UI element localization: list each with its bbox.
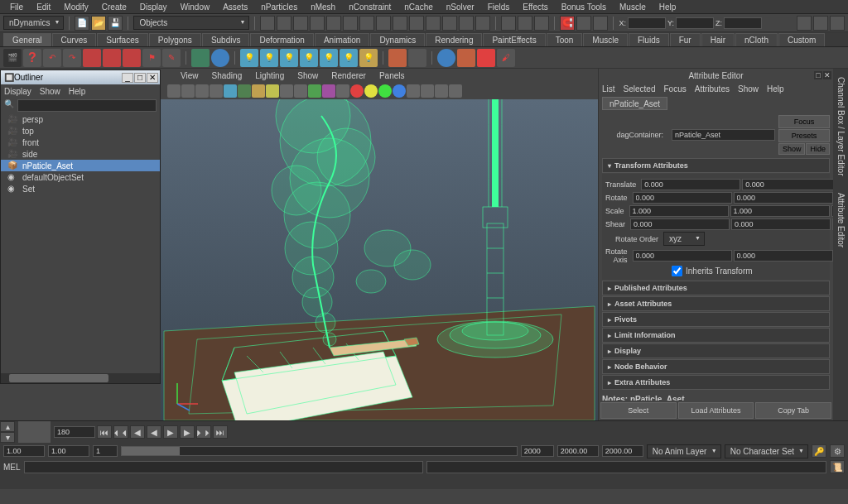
soft-icon[interactable] xyxy=(359,16,374,31)
go-end-icon[interactable]: ⏭ xyxy=(213,425,228,439)
coord-x-input[interactable] xyxy=(628,17,666,29)
rotate-order-dropdown[interactable]: xyz xyxy=(663,232,705,246)
outliner-min-icon[interactable]: _ xyxy=(122,73,133,83)
rotaxis-y-input[interactable] xyxy=(734,250,833,262)
step-fwd-icon[interactable]: ⏵⏵ xyxy=(196,425,211,439)
coord-y-input[interactable] xyxy=(676,17,714,29)
snap-plane-icon[interactable] xyxy=(442,16,457,31)
go-start-icon[interactable]: ⏮ xyxy=(97,425,112,439)
shelf-camera-icon[interactable]: 🎬 xyxy=(3,49,22,67)
menu-display[interactable]: Display xyxy=(133,1,174,13)
outliner-item-side[interactable]: 🎥side xyxy=(1,148,160,160)
attr-menu-show[interactable]: Show xyxy=(738,84,759,94)
vp-menu-lighting[interactable]: Lighting xyxy=(248,70,291,82)
scale-tool-icon[interactable] xyxy=(310,16,325,31)
range-inner-start[interactable] xyxy=(93,445,118,457)
menu-modify[interactable]: Modify xyxy=(57,1,94,13)
vp-color1-icon[interactable] xyxy=(350,84,364,98)
vp-xray-icon[interactable] xyxy=(294,84,307,98)
copy-tab-button[interactable]: Copy Tab xyxy=(755,402,831,419)
char-set-dropdown[interactable]: No Character Set xyxy=(725,444,808,458)
vp-shade-icon[interactable] xyxy=(238,84,251,98)
vp-res-icon[interactable] xyxy=(449,84,462,98)
menu-help[interactable]: Help xyxy=(653,1,683,13)
select-button[interactable]: Select xyxy=(600,402,677,419)
attr-menu-selected[interactable]: Selected xyxy=(624,84,656,94)
range-end-outer[interactable] xyxy=(48,445,89,457)
shelf-tab-hair[interactable]: Hair xyxy=(701,33,735,46)
coord-z-input[interactable] xyxy=(724,17,762,29)
menu-file[interactable]: File xyxy=(3,1,30,13)
time-ruler[interactable]: 180 501001502002503003504004505005506006… xyxy=(18,421,51,443)
render-icon[interactable] xyxy=(501,16,516,31)
vp-grid1-icon[interactable] xyxy=(407,84,420,98)
scale-y-input[interactable] xyxy=(730,205,830,217)
section-published[interactable]: Published Attributes xyxy=(602,281,830,295)
rotate-y-input[interactable] xyxy=(734,192,833,204)
pane-single-icon[interactable] xyxy=(797,16,812,31)
menu-assets[interactable]: Assets xyxy=(216,1,254,13)
vp-color3-icon[interactable] xyxy=(378,84,392,98)
snap-curve-icon[interactable] xyxy=(409,16,424,31)
section-transform[interactable]: Transform Attributes xyxy=(602,158,830,173)
shelf-tab-ncloth[interactable]: nCloth xyxy=(735,33,778,46)
outliner-item-top[interactable]: 🎥top xyxy=(1,125,160,137)
attr-close-icon[interactable]: ✕ xyxy=(823,71,831,79)
outliner-menu-display[interactable]: Display xyxy=(4,87,31,96)
shelf-tab-dynamics[interactable]: Dynamics xyxy=(370,33,425,46)
outliner-item-defaultset[interactable]: ◉defaultObjectSet xyxy=(1,171,160,183)
vp-color2-icon[interactable] xyxy=(364,84,378,98)
construction-icon[interactable] xyxy=(475,16,490,31)
load-attributes-button[interactable]: Load Attributes xyxy=(678,402,754,419)
shelf-point-icon[interactable] xyxy=(408,49,426,67)
menu-bonustools[interactable]: Bonus Tools xyxy=(555,1,613,13)
prev-key-icon[interactable]: ◀ xyxy=(130,425,145,439)
vp-grid2-icon[interactable] xyxy=(421,84,434,98)
save-scene-icon[interactable]: 💾 xyxy=(108,16,123,31)
select-tool-icon[interactable] xyxy=(260,16,275,31)
hud-icon[interactable] xyxy=(593,16,608,31)
vp-menu-shading[interactable]: Shading xyxy=(205,70,249,82)
menu-nsolver[interactable]: nSolver xyxy=(440,1,481,13)
vp-menu-show[interactable]: Show xyxy=(291,70,325,82)
shelf-tab-curves[interactable]: Curves xyxy=(52,33,97,46)
menu-window[interactable]: Window xyxy=(174,1,217,13)
shelf-globe-icon[interactable] xyxy=(211,49,229,67)
snap-point-icon[interactable] xyxy=(426,16,441,31)
shelf-sphere-icon[interactable] xyxy=(437,49,455,67)
shelf-ref2-icon[interactable] xyxy=(103,49,121,67)
lasso-icon[interactable] xyxy=(326,16,341,31)
shelf-tab-painteffects[interactable]: PaintEffects xyxy=(483,33,545,46)
menu-nparticles[interactable]: nParticles xyxy=(254,1,304,13)
range-start-outer[interactable] xyxy=(3,445,45,457)
selection-filter-dropdown[interactable]: Objects xyxy=(133,16,249,30)
vp-cam1-icon[interactable] xyxy=(181,84,195,98)
scale-x-input[interactable] xyxy=(629,205,729,217)
shelf-spot-icon[interactable] xyxy=(388,49,407,67)
range-slider[interactable] xyxy=(121,446,518,456)
section-pivots[interactable]: Pivots xyxy=(602,312,830,327)
outliner-item-nparticle[interactable]: 📦nPaticle_Aset xyxy=(1,160,160,171)
menu-fields[interactable]: Fields xyxy=(481,1,517,13)
step-back-icon[interactable]: ⏴⏴ xyxy=(113,425,128,439)
focus-button[interactable]: Focus xyxy=(778,115,830,128)
anim-layer-dropdown[interactable]: No Anim Layer xyxy=(647,444,721,458)
shelf-tab-polygons[interactable]: Polygons xyxy=(149,33,201,46)
attr-menu-list[interactable]: List xyxy=(602,84,615,94)
vp-cam2-icon[interactable] xyxy=(195,84,209,98)
play-back-icon[interactable]: ◀ xyxy=(147,425,161,439)
tab-attribute-editor[interactable]: Attribute Editor xyxy=(836,193,846,247)
show-button[interactable]: Show xyxy=(778,143,806,155)
shelf-ref1-icon[interactable] xyxy=(83,49,101,67)
shelf-tab-surfaces[interactable]: Surfaces xyxy=(97,33,147,46)
ipr-icon[interactable] xyxy=(518,16,532,31)
pane-script-icon[interactable] xyxy=(830,16,845,31)
outliner-item-front[interactable]: 🎥front xyxy=(1,137,160,148)
shelf-light6-icon[interactable]: 💡 xyxy=(340,49,358,67)
shelf-tab-fluids[interactable]: Fluids xyxy=(629,33,669,46)
timeline-down-icon[interactable]: ▾ xyxy=(0,432,15,443)
shelf-light2-icon[interactable]: 💡 xyxy=(260,49,278,67)
tab-channelbox[interactable]: Channel Box / Layer Editor xyxy=(836,77,846,176)
outliner-search-input[interactable] xyxy=(17,99,157,112)
dag-input[interactable] xyxy=(672,129,775,141)
